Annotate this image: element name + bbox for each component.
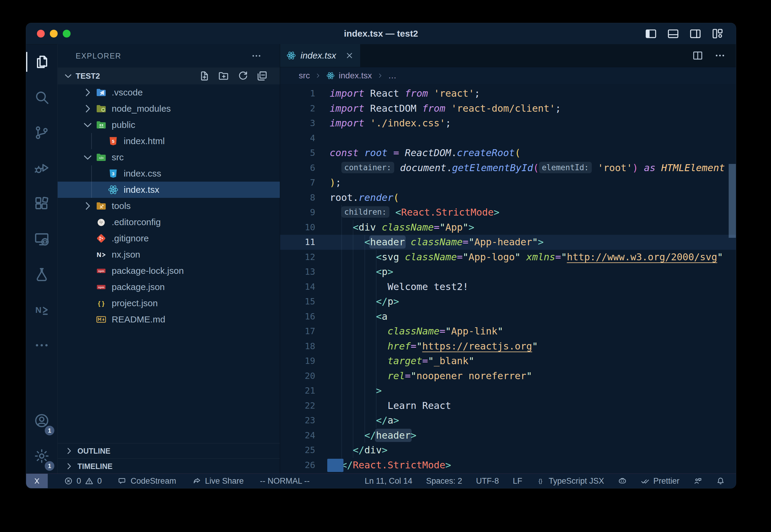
line-number: 18 [280, 339, 330, 354]
status-formatter[interactable]: Prettier [641, 476, 679, 486]
layout-sidebar-left-icon[interactable] [645, 27, 657, 40]
editor-actions [692, 44, 736, 67]
activity-source-control[interactable] [26, 115, 57, 150]
tab-index-tsx[interactable]: index.tsx [280, 44, 361, 67]
status-notifications[interactable] [716, 476, 725, 485]
code-line-16: 16 <a [280, 309, 736, 324]
status-language-mode[interactable]: {}TypeScript JSX [536, 476, 604, 486]
editor-scrollbar[interactable] [729, 164, 736, 238]
code-line-text: href="https://reactjs.org" [330, 339, 538, 354]
status-eol[interactable]: LF [513, 476, 522, 486]
layout-grid-icon[interactable] [711, 27, 724, 40]
breadcrumb-item[interactable]: index.tsx [326, 71, 372, 80]
collapse-all-icon[interactable] [256, 70, 268, 82]
tree-item-package-lock.json[interactable]: npmpackage-lock.json [58, 263, 280, 279]
code-line-text: target="_blank" [330, 354, 474, 369]
tree-item-index.css[interactable]: 3index.css [58, 165, 280, 182]
code-line-text: container: document.getElementById(eleme… [330, 161, 725, 176]
close-icon[interactable] [345, 51, 354, 60]
more-icon[interactable] [251, 50, 262, 61]
status-value: 0 [77, 476, 81, 486]
traffic-light-zoom[interactable] [63, 30, 71, 38]
tree-item-.editorconfig[interactable]: .editorconfig [58, 214, 280, 230]
workspace-section-header[interactable]: TEST2 [58, 68, 280, 84]
layout-sidebar-right-icon[interactable] [689, 27, 702, 40]
tree-item-.vscode[interactable]: .vscode [58, 84, 280, 101]
code-line-text: <header className="App-header"> [330, 235, 544, 250]
tree-item-index.tsx[interactable]: index.tsx [58, 182, 280, 198]
warning-icon [85, 476, 94, 485]
tree-item-label: .vscode [112, 87, 143, 98]
code-editor[interactable]: 1import React from 'react';2import React… [280, 84, 736, 474]
titlebar[interactable]: index.tsx — test2 [26, 23, 736, 44]
layout-panel-bottom-icon[interactable] [667, 27, 679, 40]
breadcrumb-item[interactable]: … [388, 71, 397, 80]
activity-run-debug[interactable] [26, 150, 57, 186]
breadcrumb-label: src [299, 71, 310, 80]
folder-src-icon: </> [95, 152, 107, 163]
activity-remote-explorer[interactable] [26, 221, 57, 257]
tree-item-project.json[interactable]: { }project.json [58, 295, 280, 311]
tree-item-node_modules[interactable]: JSnode_modules [58, 101, 280, 117]
tree-item-.gitignore[interactable]: .gitignore [58, 230, 280, 246]
split-editor-icon[interactable] [692, 50, 703, 61]
check-double-icon [641, 476, 650, 485]
code-line-text: const root = ReactDOM.createRoot( [330, 146, 521, 161]
activity-nx-console[interactable]: N [26, 292, 57, 328]
status-bar: 00CodeStreamLive Share-- NORMAL -- Ln 11… [26, 473, 736, 488]
status-feedback[interactable] [693, 476, 702, 485]
line-number: 19 [280, 354, 330, 369]
activity-more[interactable] [26, 328, 57, 363]
activity-accounts[interactable]: 1 [26, 403, 57, 438]
status-problems[interactable]: 00 [64, 476, 102, 486]
source-control-icon [34, 125, 50, 141]
activity-search[interactable] [26, 80, 57, 115]
activity-testing[interactable] [26, 257, 57, 292]
new-file-icon[interactable] [199, 70, 210, 82]
traffic-light-close[interactable] [37, 30, 45, 38]
tree-item-tools[interactable]: tools [58, 198, 280, 214]
status-vim-mode[interactable]: -- NORMAL -- [260, 476, 310, 486]
tree-item-label: tools [112, 201, 131, 211]
activity-files[interactable] [26, 44, 57, 80]
code-line-21: 21 > [280, 383, 736, 398]
more-icon[interactable] [714, 50, 726, 61]
svg-text:N: N [97, 251, 101, 258]
refresh-icon[interactable] [237, 70, 249, 82]
new-folder-icon[interactable] [218, 70, 229, 82]
activity-settings[interactable]: 1 [26, 438, 57, 474]
status-codestream[interactable]: CodeStream [118, 476, 176, 486]
code-line-26: 26 </React.StrictMode> [280, 458, 736, 473]
status-encoding[interactable]: UTF-8 [476, 476, 499, 486]
status-indentation[interactable]: Spaces: 2 [426, 476, 462, 486]
breadcrumb-item[interactable]: src [299, 71, 310, 80]
tree-item-nx.json[interactable]: Nnx.json [58, 246, 280, 263]
code-line-text: <div className="App"> [330, 220, 474, 235]
folder-public-icon [95, 119, 107, 131]
tree-item-index.html[interactable]: 5index.html [58, 133, 280, 149]
npm-icon: npm [95, 281, 107, 293]
search-icon [34, 89, 50, 105]
status-cursor-position[interactable]: Ln 11, Col 14 [365, 476, 413, 486]
tree-item-package.json[interactable]: npmpackage.json [58, 279, 280, 295]
status-copilot[interactable] [618, 476, 627, 485]
code-line-12: 12 <svg className="App-logo" xmlns="http… [280, 250, 736, 265]
status-live-share[interactable]: Live Share [192, 476, 244, 486]
code-line-text: <a [330, 309, 388, 324]
activity-extensions[interactable] [26, 186, 57, 221]
sidebar-section-timeline[interactable]: TIMELINE [58, 458, 280, 474]
status-label: LF [513, 476, 522, 486]
line-number: 12 [280, 250, 330, 265]
code-line-3: 3import './index.css'; [280, 116, 736, 131]
tree-item-public[interactable]: public [58, 117, 280, 133]
tree-item-README.md[interactable]: README.md [58, 311, 280, 328]
code-line-6: 6 container: document.getElementById(ele… [280, 161, 736, 176]
traffic-light-minimize[interactable] [50, 30, 58, 38]
tab-label: index.tsx [301, 50, 336, 61]
code-line-13: 13 <p> [280, 264, 736, 280]
sidebar-section-outline[interactable]: OUTLINE [58, 443, 280, 458]
status-remote-indicator[interactable] [26, 474, 48, 488]
tree-item-src[interactable]: </>src [58, 149, 280, 165]
line-number: 17 [280, 324, 330, 339]
sidebar-explorer: EXPLORER TEST2 .vscodeJSnode_modulespubl… [58, 44, 280, 474]
